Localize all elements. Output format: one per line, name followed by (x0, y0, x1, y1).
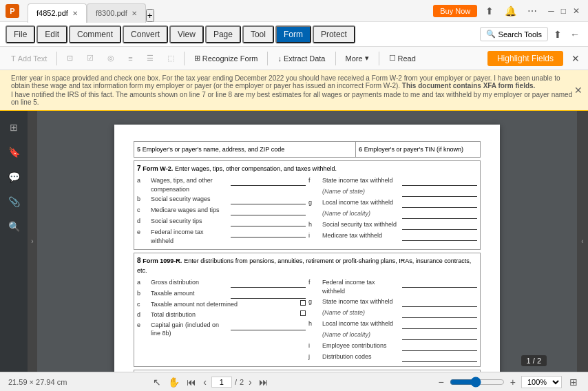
cursor-tool-button[interactable]: ↖ (151, 377, 163, 388)
close-button[interactable]: ✕ (570, 5, 582, 17)
tab-f4852[interactable]: f4852.pdf ✕ (28, 3, 87, 23)
sidebar-item-search[interactable]: 🔍 (3, 215, 25, 237)
page-number-input[interactable] (211, 377, 232, 388)
sidebar-collapse-button[interactable]: › (28, 111, 37, 372)
field-7f: fState income tax withheld (308, 176, 477, 186)
bottom-bar: 21.59 × 27.94 cm ↖ ✋ ⏮ ‹ / 2 › ⏭ − + 100… (0, 372, 588, 391)
section5-label: 5 (137, 146, 140, 153)
total-pages: 2 (240, 378, 244, 386)
chevron-right-icon: › (31, 237, 33, 245)
tab-f8300[interactable]: f8300.pdf ✕ (87, 3, 146, 23)
circle-button[interactable]: ◎ (102, 52, 120, 65)
checkbox-8d[interactable] (300, 310, 306, 316)
title-bar: P f4852.pdf ✕ f8300.pdf ✕ + Buy Now ⬆ 🔔 … (0, 0, 588, 22)
section-7: 7 Form W-2. Enter wages, tips, other com… (134, 160, 481, 250)
menu-edit[interactable]: Edit (36, 25, 67, 43)
title-bar-left: P f4852.pdf ✕ f8300.pdf ✕ + (6, 0, 154, 22)
sidebar-item-comments[interactable]: 💬 (3, 166, 25, 188)
sidebar-item-attachments[interactable]: 📎 (3, 191, 25, 213)
section7-grid: aWages, tips, and other compensation bSo… (137, 176, 477, 246)
add-tab-button[interactable]: + (146, 9, 154, 22)
menu-convert[interactable]: Convert (123, 25, 168, 43)
more-button[interactable]: More ▾ (340, 52, 375, 65)
zoom-slider[interactable] (450, 377, 505, 388)
toolbar-separator-3 (267, 52, 268, 65)
more-options-icon[interactable]: ⋯ (525, 4, 540, 18)
navigation-controls: ↖ ✋ ⏮ ‹ / 2 › ⏭ (151, 377, 271, 388)
section-5-6: 5 Employer's or payer's name, address, a… (134, 141, 481, 158)
notification-icon[interactable]: 🔔 (502, 4, 519, 18)
menu-page[interactable]: Page (205, 25, 241, 43)
align-button[interactable]: ≡ (123, 52, 138, 65)
alert-line2: I have notified the IRS of this fact. Th… (11, 91, 577, 106)
checkbox-8c[interactable] (300, 300, 306, 306)
crop-button[interactable]: ⊡ (61, 52, 78, 65)
highlight-fields-button[interactable]: Highlight Fields (487, 51, 563, 66)
field-8h: hLocal income tax withheld (308, 319, 477, 329)
fit-page-button[interactable]: ⊞ (567, 377, 580, 388)
page-count-display: 1 / 2 (527, 357, 541, 365)
sidebar-item-pages[interactable]: ⊞ (3, 116, 25, 138)
next-page-button[interactable]: › (246, 377, 254, 388)
prev-page-button[interactable]: ‹ (201, 377, 209, 388)
minimize-button[interactable]: ─ (545, 5, 557, 17)
list-button[interactable]: ☰ (141, 52, 159, 65)
sidebar-item-bookmarks[interactable]: 🔖 (3, 141, 25, 163)
alert-banner: Enter year in space provided and check o… (0, 70, 588, 111)
back-icon[interactable]: ← (567, 28, 582, 41)
first-page-button[interactable]: ⏮ (185, 377, 198, 388)
extract-data-button[interactable]: ↓ Extract Data (272, 52, 330, 65)
recognize-form-button[interactable]: ⊞ Recognize Form (189, 52, 264, 65)
zoom-out-button[interactable]: − (439, 377, 444, 388)
title-bar-right: Buy Now ⬆ 🔔 ⋯ ─ □ ✕ (433, 4, 582, 18)
tab-f8300-label: f8300.pdf (96, 9, 127, 17)
read-button[interactable]: ☐ Read (384, 52, 421, 65)
section8-desc: Enter distributions from pensions, annui… (137, 257, 471, 274)
menu-comment[interactable]: Comment (69, 25, 121, 43)
field-8d: d Total distribution (137, 310, 306, 319)
search-icon: 🔍 (486, 30, 496, 39)
alert-close-button[interactable]: ✕ (574, 85, 582, 96)
field-8e: eCapital gain (included on line 8b) (137, 321, 306, 338)
search-tools-label: Search Tools (498, 30, 542, 39)
field-7i: iMedicare tax withheld (308, 231, 477, 241)
section8-left: aGross distribution bTaxable amount c Ta… (137, 278, 306, 363)
section-6-cell: 6 Employer's or payer's TIN (if known) (356, 142, 480, 157)
close-highlight-icon[interactable]: ✕ (569, 52, 582, 65)
maximize-button[interactable]: □ (558, 5, 569, 17)
field-7d: dSocial security tips (137, 217, 306, 226)
section8-grid: aGross distribution bTaxable amount c Ta… (137, 278, 477, 363)
tab-f4852-close[interactable]: ✕ (72, 10, 78, 17)
window-controls: ─ □ ✕ (545, 5, 582, 17)
menu-tool[interactable]: Tool (242, 25, 274, 43)
share-icon[interactable]: ⬆ (483, 4, 496, 18)
section7-right: fState income tax withheld (Name of stat… (308, 176, 477, 246)
highlight-banner: Highlight Fields ✕ (487, 51, 582, 66)
menu-file[interactable]: File (6, 25, 35, 43)
tab-f8300-close[interactable]: ✕ (132, 10, 137, 17)
field-7-locality: (Name of locality) (308, 209, 477, 219)
recognize-icon: ⊞ (194, 54, 200, 63)
section7-desc: Enter wages, tips, other compensation, a… (175, 165, 337, 172)
last-page-button[interactable]: ⏭ (257, 377, 271, 388)
main-content: ⊞ 🔖 💬 📎 🔍 › 5 Employer's or payer's name… (0, 111, 588, 372)
section6-title: Employer's or payer's TIN (if known) (364, 146, 463, 153)
add-text-button[interactable]: T Add Text (6, 52, 52, 65)
pdf-area[interactable]: 5 Employer's or payer's name, address, a… (37, 111, 577, 372)
section-8: 8 Form 1099-R. Enter distributions from … (134, 253, 481, 366)
zoom-select[interactable]: 100% 75% 50% 125% 150% (521, 376, 562, 388)
toolbar-separator-4 (335, 52, 336, 65)
menu-view[interactable]: View (169, 25, 204, 43)
right-panel-collapse[interactable]: ‹ (577, 111, 588, 372)
share-doc-icon[interactable]: ⬆ (551, 28, 565, 41)
menu-form[interactable]: Form (275, 25, 311, 43)
field-button[interactable]: ⬚ (162, 52, 180, 65)
menu-protect[interactable]: Protect (313, 25, 355, 43)
hand-tool-button[interactable]: ✋ (166, 377, 182, 388)
page-count-badge: 1 / 2 (521, 355, 547, 366)
field-8-state: (Name of state) (308, 308, 477, 318)
search-tools-button[interactable]: 🔍 Search Tools (480, 27, 548, 41)
checkbox-button[interactable]: ☑ (81, 52, 99, 65)
buy-now-button[interactable]: Buy Now (433, 5, 477, 17)
zoom-in-button[interactable]: + (510, 377, 516, 388)
